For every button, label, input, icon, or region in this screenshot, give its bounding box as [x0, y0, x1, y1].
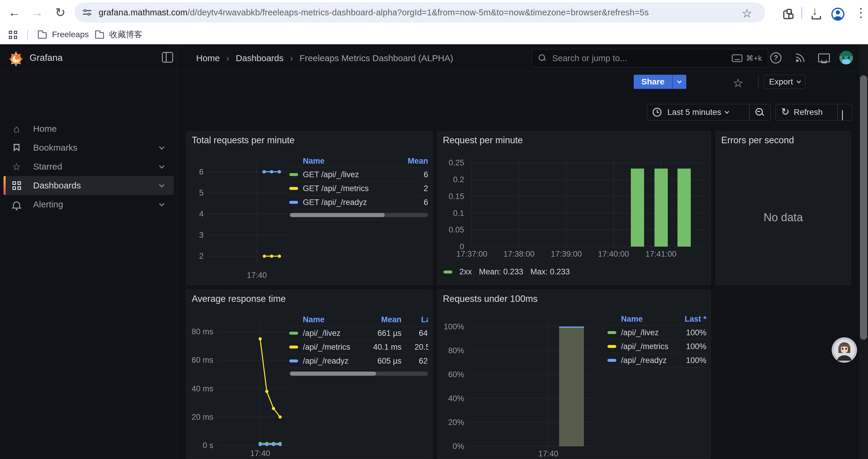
- svg-text:0.05: 0.05: [448, 225, 464, 234]
- bookmark-star-icon[interactable]: ☆: [742, 6, 752, 20]
- chevron-down-icon[interactable]: [159, 201, 164, 206]
- panel-total-requests: Total requests per minute 2345617:40 Nam…: [186, 131, 433, 285]
- total-requests-chart[interactable]: 2345617:40: [189, 153, 293, 285]
- chevron-down-icon[interactable]: [159, 163, 164, 168]
- svg-text:0.2: 0.2: [453, 175, 464, 184]
- sidebar-item-label: Home: [33, 124, 174, 134]
- toolbar-divider: [758, 76, 759, 89]
- panel-title[interactable]: Request per minute: [443, 135, 523, 145]
- sidebar-item-label: Dashboards: [33, 181, 160, 191]
- svg-text:17:39:00: 17:39:00: [551, 250, 582, 258]
- keyboard-icon: [732, 54, 742, 62]
- svg-text:17:37:00: 17:37:00: [456, 250, 487, 258]
- clock-icon: [653, 108, 661, 117]
- profile-icon[interactable]: [829, 5, 847, 23]
- back-button[interactable]: ←: [5, 4, 23, 21]
- legend-table[interactable]: NameLast */api/_/livez100%/api/_/metrics…: [608, 313, 706, 367]
- svg-text:17:40: 17:40: [247, 271, 267, 280]
- legend-marker: [443, 270, 452, 273]
- avg-response-chart[interactable]: 0 s20 ms40 ms60 ms80 ms17:40: [189, 311, 293, 459]
- sidebar-item-dashboards[interactable]: Dashboards: [4, 176, 174, 195]
- panel-title[interactable]: Errors per second: [721, 135, 794, 145]
- url-text[interactable]: grafana.mathmast.com/d/deytv4rwavabkb/fr…: [99, 8, 649, 18]
- refresh-button[interactable]: Refresh: [794, 107, 823, 117]
- sidebar-item-label: Bookmarks: [33, 143, 160, 153]
- chevron-down-icon[interactable]: [159, 144, 164, 150]
- site-settings-icon[interactable]: [83, 8, 92, 17]
- sidebar-collapse-icon[interactable]: [162, 52, 173, 63]
- breadcrumb-home[interactable]: Home: [196, 53, 220, 63]
- user-avatar[interactable]: [839, 51, 853, 65]
- extensions-icon[interactable]: [779, 6, 797, 24]
- request-per-minute-chart[interactable]: 00.050.10.150.20.2517:37:0017:38:0017:39…: [441, 153, 707, 275]
- grafana-logo[interactable]: [8, 50, 24, 67]
- favorite-star-icon[interactable]: ☆: [733, 76, 743, 90]
- panel-title[interactable]: Requests under 100ms: [443, 294, 538, 304]
- legend-max: Max: 0.233: [530, 267, 570, 276]
- share-dropdown[interactable]: [673, 75, 686, 89]
- no-data-text: No data: [716, 211, 850, 224]
- time-range-picker[interactable]: Last 5 minutes: [668, 107, 721, 117]
- panel-avg-response-time: Average response time 0 s20 ms40 ms60 ms…: [186, 290, 433, 459]
- dashboards-grid-icon: [11, 182, 22, 190]
- svg-text:0.1: 0.1: [453, 209, 464, 218]
- button-divider: [749, 104, 749, 120]
- share-label: Share: [634, 75, 672, 89]
- breadcrumb-separator: ›: [226, 53, 229, 63]
- panel-title[interactable]: Average response time: [192, 294, 286, 304]
- bookmark-folder-freeleaps[interactable]: Freeleaps: [33, 28, 94, 41]
- refresh-interval-dropdown[interactable]: [842, 110, 843, 120]
- grafana-brand[interactable]: Grafana: [30, 53, 63, 63]
- legend-series: 2xx: [459, 267, 472, 276]
- legend-table[interactable]: NameMeanGET /api/_/livez6GET /api/_/metr…: [289, 155, 428, 217]
- svg-text:5: 5: [199, 189, 204, 197]
- downloads-icon[interactable]: ↓: [808, 5, 826, 23]
- apps-grid-icon[interactable]: [9, 31, 17, 39]
- svg-text:100%: 100%: [444, 322, 464, 331]
- avatar-image: [834, 339, 855, 361]
- breadcrumb-dashboards[interactable]: Dashboards: [236, 53, 284, 63]
- sidebar-item-home[interactable]: ⌂ Home: [4, 119, 174, 138]
- active-indicator: [4, 176, 6, 195]
- sidebar-item-bookmarks[interactable]: Bookmarks: [4, 138, 174, 157]
- svg-text:20 ms: 20 ms: [191, 413, 213, 422]
- share-button[interactable]: Share: [634, 75, 686, 89]
- assistant-avatar[interactable]: [832, 337, 857, 363]
- legend-table[interactable]: NameMeanLast */api/_/livez661 µs646 µs/a…: [289, 313, 428, 376]
- sidebar: Grafana ⌂ Home Bookmarks ☆ Starred Dashb…: [0, 44, 176, 459]
- bookmark-label: 收藏博客: [109, 29, 143, 40]
- panel-request-per-minute: Request per minute 00.050.10.150.20.2517…: [437, 131, 711, 285]
- bookmark-folder-blogs[interactable]: 收藏博客: [90, 28, 147, 41]
- vertical-scrollbar-thumb[interactable]: [860, 75, 867, 340]
- sidebar-item-alerting[interactable]: Alerting: [4, 195, 174, 214]
- folder-icon: [95, 32, 104, 39]
- svg-text:0.25: 0.25: [448, 158, 464, 167]
- svg-text:0 s: 0 s: [203, 441, 213, 450]
- bookmarks-bar: Freeleaps 收藏博客: [0, 25, 868, 44]
- panel-title[interactable]: Total requests per minute: [192, 135, 294, 145]
- grafana-header: Home › Dashboards › Freeleaps Metrics Da…: [176, 44, 868, 72]
- svg-text:20%: 20%: [448, 418, 464, 427]
- search-icon: [538, 54, 546, 62]
- sidebar-item-starred[interactable]: ☆ Starred: [4, 157, 174, 176]
- kiosk-monitor-icon[interactable]: [816, 51, 830, 65]
- news-rss-icon[interactable]: [793, 51, 807, 65]
- search-input[interactable]: Search or jump to... ⌘+k: [532, 49, 768, 67]
- breadcrumb-separator: ›: [290, 53, 293, 63]
- svg-text:17:38:00: 17:38:00: [503, 250, 534, 258]
- bookmarks-divider: [27, 30, 28, 40]
- home-icon: ⌂: [11, 123, 22, 135]
- forward-button[interactable]: →: [28, 4, 46, 21]
- time-range-group: Last 5 minutes: [647, 104, 771, 121]
- address-bar[interactable]: grafana.mathmast.com/d/deytv4rwavabkb/fr…: [74, 2, 765, 23]
- browser-menu-icon[interactable]: ⋮: [852, 4, 868, 21]
- svg-text:17:40: 17:40: [538, 449, 558, 458]
- sidebar-item-label: Starred: [33, 162, 160, 172]
- search-shortcut: ⌘+k: [746, 54, 762, 63]
- help-icon[interactable]: ?: [769, 51, 783, 65]
- reload-button[interactable]: ↻: [52, 4, 69, 21]
- under-100ms-chart[interactable]: 0%20%40%60%80%100%17:40: [441, 310, 608, 459]
- chevron-down-icon[interactable]: [159, 182, 164, 187]
- legend-line[interactable]: 2xx Mean: 0.233 Max: 0.233: [443, 267, 570, 276]
- export-button[interactable]: Export: [764, 75, 805, 89]
